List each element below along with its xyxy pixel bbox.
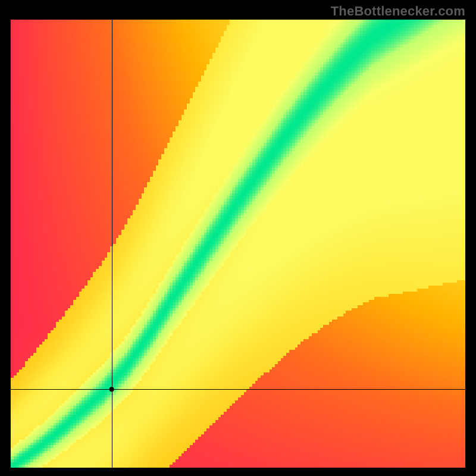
heatmap-plot — [11, 20, 465, 468]
chart-container: TheBottlenecker.com — [0, 0, 476, 476]
watermark-text: TheBottlenecker.com — [331, 4, 465, 19]
heatmap-canvas — [11, 20, 465, 468]
